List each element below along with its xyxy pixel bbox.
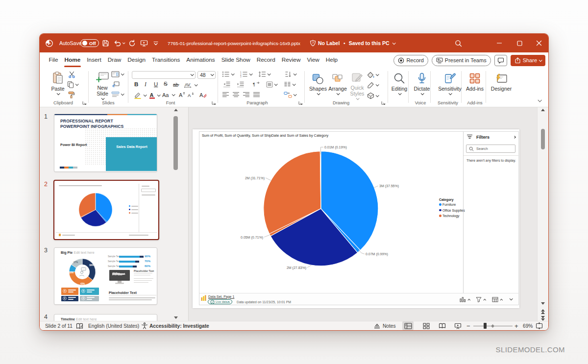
shape-fill-button[interactable]	[367, 72, 378, 78]
canvas-scroll-down-icon[interactable]	[541, 302, 545, 305]
grow-font-button[interactable]: A	[179, 92, 185, 98]
autosave-toggle[interactable]: Off	[80, 34, 99, 52]
bold-button[interactable]: B	[134, 81, 138, 87]
accessibility-status[interactable]: Accessibility: Investigate	[149, 321, 209, 330]
copy-button[interactable]	[67, 81, 78, 88]
format-painter-button[interactable]	[68, 91, 74, 98]
layout-button[interactable]	[111, 71, 123, 77]
zoom-out-button[interactable]: −	[466, 321, 470, 330]
thumbnail-scrollbar-thumb[interactable]	[173, 116, 178, 170]
numbering-button[interactable]: 123	[240, 71, 252, 77]
tab-slide-show[interactable]: Slide Show	[218, 52, 253, 68]
tab-file[interactable]: File	[46, 52, 61, 68]
vertical-scrollbar[interactable]	[537, 107, 548, 321]
undo-button[interactable]	[114, 34, 124, 52]
scrollbar-thumb[interactable]	[541, 129, 545, 149]
accessibility-icon[interactable]	[141, 321, 148, 330]
slide-thumbnail-4[interactable]: Timeline Edit text here	[54, 314, 157, 321]
slide-canvas[interactable]: Sum of Profit, Sum of Quantity, Sum of S…	[193, 129, 519, 308]
redo-button[interactable]	[128, 34, 136, 52]
tab-help[interactable]: Help	[322, 52, 341, 68]
decrease-indent-button[interactable]	[223, 81, 230, 87]
shrink-font-button[interactable]: A	[188, 92, 194, 98]
canvas-scroll-up-icon[interactable]	[541, 109, 545, 111]
clear-formatting-button[interactable]: A	[199, 92, 207, 98]
text-highlight-button[interactable]	[134, 92, 146, 99]
notes-button[interactable]: Notes	[373, 321, 396, 330]
shape-outline-button[interactable]	[367, 82, 378, 88]
reset-button[interactable]	[112, 81, 120, 87]
tab-animations[interactable]: Animations	[183, 52, 218, 68]
editing-button[interactable]: Editing	[389, 70, 410, 100]
align-center-button[interactable]	[232, 92, 240, 97]
add-ins-button[interactable]: Add-ins	[464, 70, 486, 100]
increase-indent-button[interactable]	[237, 81, 244, 87]
italic-button[interactable]: I	[145, 81, 147, 87]
fit-to-window-icon[interactable]	[536, 321, 543, 330]
shape-effects-button[interactable]	[367, 92, 378, 99]
font-name-combobox[interactable]	[132, 71, 196, 79]
live-data-badge[interactable]: Live data	[208, 299, 232, 304]
tab-record[interactable]: Record	[253, 52, 278, 68]
footer-filter-icon[interactable]	[476, 297, 486, 302]
sensitivity-button[interactable]: Sensitivity	[439, 70, 461, 100]
paragraph-dialog-launcher-icon[interactable]	[298, 100, 303, 105]
share-button[interactable]: Share	[511, 55, 545, 66]
comments-button[interactable]	[494, 55, 507, 66]
strike-ab-button[interactable]: ab	[173, 82, 182, 88]
tab-design[interactable]: Design	[124, 52, 149, 68]
quick-styles-button[interactable]: Quick Styles	[346, 70, 368, 100]
columns-button[interactable]	[284, 81, 295, 88]
designer-button[interactable]: Designer	[490, 70, 512, 100]
view-reading-button[interactable]	[437, 321, 448, 330]
shapes-button[interactable]: Shapes	[307, 70, 329, 100]
previous-slide-icon2[interactable]	[541, 312, 545, 314]
zoom-slider-thumb[interactable]	[484, 323, 487, 329]
close-button[interactable]	[531, 34, 547, 52]
tab-home[interactable]: Home	[61, 52, 84, 68]
convert-to-smartart-button[interactable]	[284, 92, 296, 98]
underline-button[interactable]: U	[154, 81, 158, 87]
font-color-button[interactable]: A	[148, 92, 160, 99]
footer-grid-icon[interactable]	[492, 297, 503, 302]
sort-button[interactable]	[285, 71, 296, 77]
zoom-level[interactable]: 69%	[523, 321, 533, 330]
save-button[interactable]	[102, 34, 109, 52]
change-case-button[interactable]: Aa	[162, 92, 174, 97]
present-in-teams-button[interactable]: Present in Teams	[432, 55, 491, 66]
slide-indicator[interactable]: Slide 2 of 11	[45, 321, 73, 330]
save-status[interactable]: •Saved to this PC	[343, 34, 395, 52]
align-left-button[interactable]	[222, 92, 229, 97]
thumbnail-scroll-down-icon[interactable]	[174, 316, 178, 319]
font-dialog-launcher-icon[interactable]	[211, 100, 216, 105]
slideshow-button[interactable]	[140, 34, 148, 52]
tab-insert[interactable]: Insert	[84, 52, 105, 68]
arrange-button[interactable]: Arrange	[327, 70, 348, 100]
slide-thumbnail-1[interactable]: PROFESSIONAL REPORTPOWERPOINT INFOGRAPHI…	[54, 114, 157, 172]
tab-transitions[interactable]: Transitions	[149, 52, 183, 68]
line-spacing-button[interactable]	[258, 71, 270, 77]
record-button[interactable]: Record	[393, 55, 428, 66]
slide-thumbnail-2[interactable]	[53, 180, 159, 240]
dictate-button[interactable]: Dictate	[411, 70, 433, 100]
language-indicator[interactable]: English (United States)	[88, 321, 139, 330]
section-button[interactable]	[111, 91, 123, 97]
view-normal-button[interactable]	[402, 321, 414, 330]
text-direction-button[interactable]: ¶	[252, 81, 260, 88]
sensitivity-label-badge[interactable]: ?No Label	[310, 34, 340, 52]
clipboard-dialog-launcher-icon[interactable]	[82, 100, 87, 105]
bullets-button[interactable]	[222, 71, 234, 77]
cut-button[interactable]	[68, 71, 75, 78]
search-icon[interactable]	[450, 34, 466, 52]
footer-chevron-down-icon[interactable]	[510, 298, 512, 300]
tab-review[interactable]: Review	[278, 52, 304, 68]
filters-search-input[interactable]: Search	[466, 145, 515, 153]
view-slideshow-button[interactable]	[452, 321, 464, 330]
tab-view[interactable]: View	[304, 52, 322, 68]
align-right-button[interactable]	[243, 92, 250, 97]
zoom-in-button[interactable]: +	[514, 321, 518, 330]
thumbnail-scroll-up-icon[interactable]	[174, 109, 178, 111]
collapse-ribbon-icon[interactable]	[538, 99, 541, 102]
drawing-dialog-launcher-icon[interactable]	[381, 100, 386, 105]
footer-chart-icon[interactable]	[460, 297, 470, 302]
